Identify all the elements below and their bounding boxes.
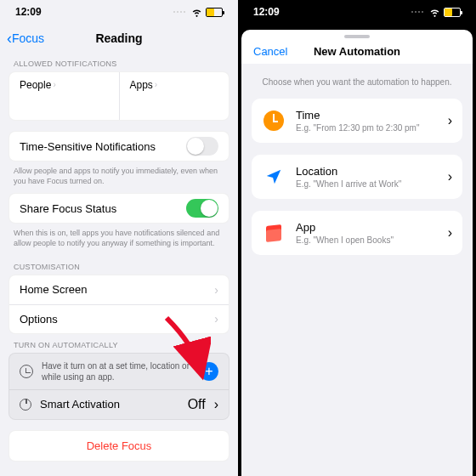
delete-focus-button[interactable]: Delete Focus — [8, 430, 230, 462]
back-label: Focus — [12, 31, 44, 45]
smart-activation-label: Smart Activation — [40, 398, 179, 411]
page-title: Reading — [95, 31, 142, 45]
chevron-right-icon: › — [448, 225, 452, 241]
cancel-button[interactable]: Cancel — [253, 45, 287, 58]
time-sensitive-footer: Allow people and apps to notify you imme… — [0, 162, 238, 193]
share-focus-label: Share Focus Status — [20, 202, 186, 215]
section-header-auto: TURN ON AUTOMATICALLY — [0, 334, 238, 353]
option-location-title: Location — [296, 165, 438, 178]
chevron-right-icon: › — [53, 80, 55, 89]
share-focus-toggle[interactable] — [186, 199, 218, 218]
sheet-nav: Cancel New Automation — [241, 38, 473, 64]
chevron-right-icon: › — [214, 397, 218, 412]
chevron-right-icon: › — [214, 283, 218, 297]
options-row[interactable]: Options › — [9, 304, 229, 333]
home-screen-row[interactable]: Home Screen › — [9, 275, 229, 304]
phone-right-new-automation: 12:09 Cancel New Automation Choose when … — [238, 0, 476, 476]
time-icon — [264, 110, 284, 131]
allowed-people-label: People — [20, 79, 51, 91]
delete-focus-label: Delete Focus — [87, 439, 152, 452]
option-app-title: App — [296, 221, 438, 234]
wifi-icon — [191, 7, 202, 18]
battery-icon — [206, 8, 223, 17]
time-sensitive-toggle[interactable] — [186, 137, 218, 156]
new-automation-sheet: Cancel New Automation Choose when you wa… — [241, 30, 473, 476]
smart-activation-row[interactable]: Smart Activation Off › — [9, 390, 229, 419]
chevron-right-icon: › — [155, 80, 157, 89]
smart-activation-value: Off — [188, 397, 206, 412]
add-automation-button[interactable]: + — [200, 362, 218, 381]
phone-left-focus-settings: 12:09 ‹ Focus Reading ALLOWED NOTIFICATI… — [0, 0, 238, 476]
cellular-dots-icon — [173, 11, 185, 13]
battery-icon — [444, 8, 461, 17]
option-location-sub: E.g. "When I arrive at Work" — [296, 179, 438, 189]
allowed-apps-button[interactable]: Apps› — [120, 72, 230, 120]
share-focus-row[interactable]: Share Focus Status — [9, 194, 229, 223]
allowed-apps-label: Apps — [130, 79, 153, 91]
navigation-bar: ‹ Focus Reading — [0, 24, 238, 53]
status-bar: 12:09 — [238, 0, 476, 24]
wifi-icon — [429, 7, 440, 18]
automation-option-location[interactable]: Location E.g. "When I arrive at Work" › — [252, 155, 462, 199]
section-header-customisation: CUSTOMISATION — [0, 256, 238, 275]
chevron-right-icon: › — [448, 113, 452, 128]
chevron-right-icon: › — [448, 169, 452, 184]
location-icon — [262, 165, 286, 189]
option-app-sub: E.g. "When I open Books" — [296, 235, 438, 245]
power-icon — [20, 399, 31, 411]
status-time: 12:09 — [253, 6, 280, 18]
sheet-title: New Automation — [314, 45, 400, 58]
allowed-notifications-card: People› Apps› — [8, 71, 230, 121]
back-button[interactable]: ‹ Focus — [7, 30, 44, 48]
automation-option-app[interactable]: App E.g. "When I open Books" › — [252, 211, 462, 255]
status-time: 12:09 — [15, 6, 42, 18]
status-bar: 12:09 — [0, 0, 238, 24]
options-label: Options — [20, 313, 214, 326]
time-sensitive-row[interactable]: Time-Sensitive Notifications — [9, 132, 229, 161]
home-screen-label: Home Screen — [20, 283, 214, 296]
turn-on-automatically-card: Have it turn on at a set time, location … — [8, 353, 230, 420]
allowed-people-button[interactable]: People› — [9, 72, 120, 120]
time-sensitive-label: Time-Sensitive Notifications — [20, 140, 186, 153]
option-time-title: Time — [296, 109, 438, 122]
chevron-right-icon: › — [214, 312, 218, 326]
auto-hint: Have it turn on at a set time, location … — [42, 360, 191, 382]
cellular-dots-icon — [411, 11, 423, 13]
automation-option-time[interactable]: Time E.g. "From 12:30 pm to 2:30 pm" › — [252, 99, 462, 143]
clock-icon — [20, 365, 33, 378]
sheet-prompt: Choose when you want the automation to h… — [241, 69, 473, 99]
app-stack-icon — [264, 224, 283, 242]
section-header-allowed: ALLOWED NOTIFICATIONS — [0, 53, 238, 71]
share-focus-footer: When this is on, tell apps you have noti… — [0, 224, 238, 255]
option-time-sub: E.g. "From 12:30 pm to 2:30 pm" — [296, 123, 438, 133]
